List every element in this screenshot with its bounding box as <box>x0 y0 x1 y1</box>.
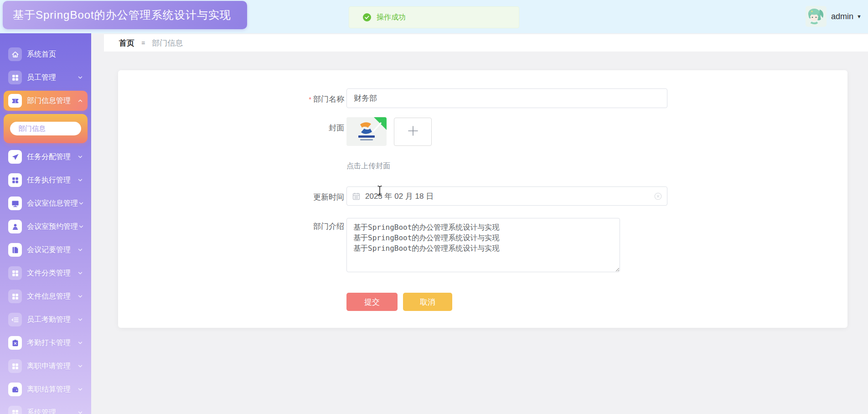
sidebar-item-label: 文件分类管理 <box>27 269 77 278</box>
no-chevron <box>77 51 83 57</box>
cover-upload-hint: 点击上传封面 <box>346 161 390 171</box>
department-form-panel: *部门名称 封面 点击上传封面 更新时间 部门介绍 基于SpringBoot的办… <box>118 70 847 328</box>
sidebar-item-staff-attendance-mgmt[interactable]: 员工考勤管理 <box>4 310 88 330</box>
sidebar-item-label: 员工管理 <box>27 73 77 83</box>
chevron-down-icon <box>78 223 84 230</box>
sidebar-item-file-info-mgmt[interactable]: 文件信息管理 <box>4 286 88 306</box>
submenu-panel: 部门信息 <box>4 114 88 143</box>
chevron-up-icon <box>77 98 83 104</box>
sidebar-item-staff-mgmt[interactable]: 员工管理 <box>4 67 88 88</box>
sidebar-item-home[interactable]: 系统首页 <box>4 44 88 64</box>
send-icon <box>8 150 22 164</box>
sidebar-item-attendance-punch-mgmt[interactable]: 考勤打卡管理 <box>4 333 88 353</box>
grid-icon <box>8 71 22 84</box>
sidebar-item-label: 系统管理 <box>27 408 77 414</box>
sidebar-item-label: 离职结算管理 <box>27 385 77 394</box>
department-intro-textarea[interactable]: 基于SpringBoot的办公管理系统设计与实现 基于SpringBoot的办公… <box>346 218 620 272</box>
sidebar-item-task-exec-mgmt[interactable]: 任务执行管理 <box>4 170 88 190</box>
sidebar-item-file-category-mgmt[interactable]: 文件分类管理 <box>4 263 88 283</box>
wallet-icon <box>8 383 22 396</box>
username-label: admin <box>831 12 853 21</box>
sidebar-item-label: 员工考勤管理 <box>27 315 77 325</box>
plus-icon <box>407 125 419 139</box>
app-title-text: 基于SpringBoot的办公管理系统设计与实现 <box>13 8 231 22</box>
user-menu[interactable]: admin ▼ <box>806 3 862 30</box>
circle-close-icon[interactable] <box>654 192 662 200</box>
chevron-down-icon <box>77 363 83 369</box>
sidebar-item-label: 任务分配管理 <box>27 152 77 162</box>
app-title: 基于SpringBoot的办公管理系统设计与实现 <box>3 1 247 29</box>
chevron-down-icon <box>77 177 83 183</box>
cover-thumbnail[interactable] <box>346 117 387 146</box>
list-icon <box>8 313 22 326</box>
caret-down-icon: ▼ <box>857 14 862 19</box>
intro-field-label: 部门介绍 <box>253 221 344 232</box>
toast-message: 操作成功 <box>377 13 406 22</box>
sidebar-item-label: 会议记要管理 <box>27 245 77 255</box>
sidebar-subitem-label: 部门信息 <box>18 124 46 133</box>
top-header: 基于SpringBoot的办公管理系统设计与实现 操作成功 admin ▼ <box>0 0 868 33</box>
name-field-label: *部门名称 <box>253 94 344 104</box>
notebook-icon <box>8 243 22 257</box>
monitor-icon <box>8 197 22 210</box>
grid-icon <box>8 266 22 280</box>
success-toast: 操作成功 <box>349 6 519 28</box>
chevron-down-icon <box>77 293 83 300</box>
chevron-down-icon <box>77 340 83 346</box>
chevron-down-icon <box>77 386 83 393</box>
grid-icon <box>8 290 22 303</box>
sidebar-item-label: 考勤打卡管理 <box>27 338 77 348</box>
breadcrumb: 首页 ≡ 部门信息 <box>104 34 868 52</box>
sidebar-item-meeting-room-booking-mgmt[interactable]: 会议室预约管理 <box>4 217 88 237</box>
chevron-down-icon <box>77 74 83 81</box>
sidebar-item-dept-info-mgmt[interactable]: 部门信息管理 <box>4 91 88 111</box>
sidebar-item-label: 文件信息管理 <box>27 292 77 301</box>
home-icon <box>8 47 22 61</box>
sidebar-item-meeting-room-info-mgmt[interactable]: 会议室信息管理 <box>4 193 88 213</box>
user-avatar[interactable] <box>806 6 827 27</box>
breadcrumb-current: 部门信息 <box>152 38 183 48</box>
breadcrumb-separator-icon: ≡ <box>141 39 145 47</box>
cover-upload-button[interactable] <box>394 118 432 146</box>
required-asterisk: * <box>309 95 311 103</box>
sidebar-item-label: 任务执行管理 <box>27 176 77 185</box>
ticket-icon <box>8 94 22 108</box>
chevron-down-icon <box>77 247 83 253</box>
chevron-down-icon <box>77 154 83 160</box>
clipboard-x-icon <box>8 336 22 350</box>
grid-icon <box>8 406 22 414</box>
sidebar-item-label: 部门信息管理 <box>27 96 77 106</box>
chevron-down-icon <box>78 200 84 207</box>
chevron-down-icon <box>77 409 83 414</box>
chevron-down-icon <box>77 270 83 276</box>
sidebar-item-label: 离职申请管理 <box>27 362 77 371</box>
sidebar-item-system-mgmt[interactable]: 系统管理 <box>4 403 88 414</box>
sidebar-item-resignation-apply-mgmt[interactable]: 离职申请管理 <box>4 356 88 376</box>
sidebar-nav: 系统首页 员工管理 部门信息管理 部门信息 任务分配管理 任务执行管理 会议室信… <box>0 33 91 414</box>
submit-button[interactable]: 提交 <box>346 293 398 311</box>
cover-field-label: 封面 <box>253 123 344 133</box>
update-time-field-label: 更新时间 <box>253 192 344 202</box>
calendar-icon <box>352 192 360 200</box>
cancel-button[interactable]: 取消 <box>403 293 452 311</box>
sidebar-item-label: 系统首页 <box>27 50 77 59</box>
sidebar-item-label: 会议室预约管理 <box>27 222 78 232</box>
sidebar-item-task-assign-mgmt[interactable]: 任务分配管理 <box>4 147 88 167</box>
sidebar-item-meeting-minutes-mgmt[interactable]: 会议记要管理 <box>4 240 88 260</box>
success-check-icon <box>363 13 371 21</box>
department-name-input[interactable] <box>346 88 667 108</box>
sidebar-item-label: 会议室信息管理 <box>27 199 78 208</box>
user-icon <box>8 220 22 233</box>
sidebar-item-resignation-settle-mgmt[interactable]: 离职结算管理 <box>4 379 88 399</box>
grid-icon <box>8 173 22 187</box>
breadcrumb-home-link[interactable]: 首页 <box>119 38 134 48</box>
update-time-input[interactable] <box>346 186 667 206</box>
grid-icon <box>8 359 22 373</box>
sidebar-subitem-dept-info[interactable]: 部门信息 <box>10 122 81 135</box>
chevron-down-icon <box>77 316 83 323</box>
